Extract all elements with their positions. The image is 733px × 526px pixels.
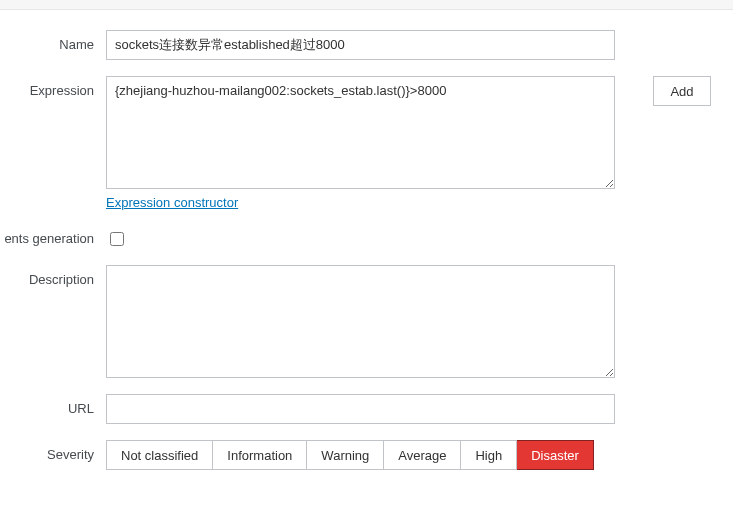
events-generation-checkbox[interactable] bbox=[110, 232, 124, 246]
top-divider bbox=[0, 0, 733, 10]
expression-textarea[interactable] bbox=[106, 76, 615, 189]
label-expression: Expression bbox=[0, 76, 106, 98]
severity-disaster[interactable]: Disaster bbox=[517, 440, 594, 470]
label-url: URL bbox=[0, 394, 106, 416]
severity-warning[interactable]: Warning bbox=[307, 440, 384, 470]
label-description: Description bbox=[0, 265, 106, 287]
severity-average[interactable]: Average bbox=[384, 440, 461, 470]
severity-high[interactable]: High bbox=[461, 440, 517, 470]
trigger-form: Name Expression Add Expression construct… bbox=[0, 10, 733, 470]
label-severity: Severity bbox=[0, 440, 106, 462]
severity-information[interactable]: Information bbox=[213, 440, 307, 470]
severity-not-classified[interactable]: Not classified bbox=[107, 440, 213, 470]
row-url: URL bbox=[0, 394, 733, 424]
description-textarea[interactable] bbox=[106, 265, 615, 378]
name-input[interactable] bbox=[106, 30, 615, 60]
add-button[interactable]: Add bbox=[653, 76, 711, 106]
row-expression: Expression Add Expression constructor bbox=[0, 76, 733, 210]
url-input[interactable] bbox=[106, 394, 615, 424]
row-name: Name bbox=[0, 30, 733, 60]
row-description: Description bbox=[0, 265, 733, 378]
expression-constructor-link[interactable]: Expression constructor bbox=[106, 195, 238, 210]
row-events-generation: ents generation bbox=[0, 226, 733, 249]
row-severity: Severity Not classified Information Warn… bbox=[0, 440, 733, 470]
label-name: Name bbox=[0, 30, 106, 52]
severity-group: Not classified Information Warning Avera… bbox=[106, 440, 594, 470]
label-events-generation: ents generation bbox=[0, 226, 106, 246]
